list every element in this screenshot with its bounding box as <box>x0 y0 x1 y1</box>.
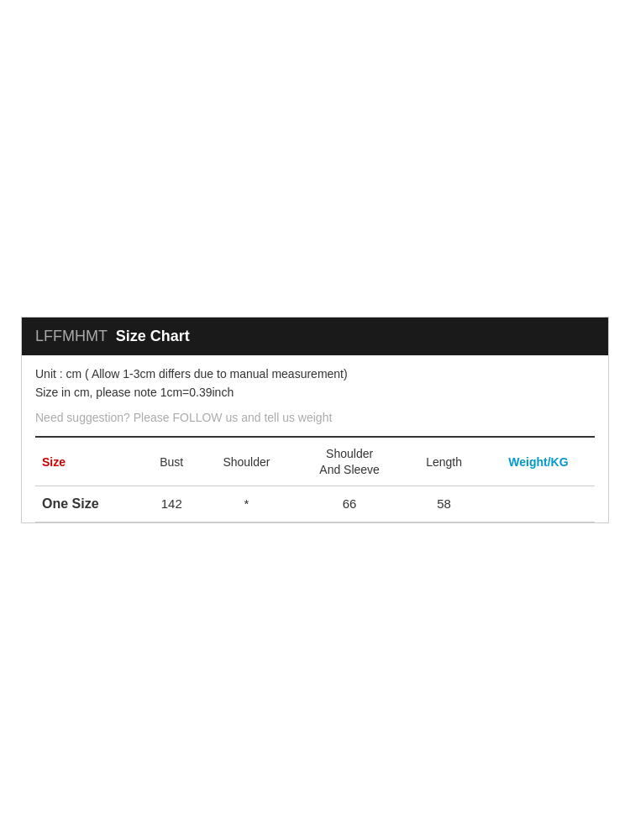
chart-title-text: Size Chart <box>116 328 190 344</box>
table-header-row: Size Bust Shoulder ShoulderAnd Sleeve Le… <box>35 437 595 486</box>
cell-shoulder: * <box>200 486 293 522</box>
size-chart-body: Unit : cm ( Allow 1-3cm differs due to m… <box>22 355 608 522</box>
chart-title: LFFMHMT Size Chart <box>35 328 190 344</box>
col-header-length: Length <box>406 437 481 486</box>
size-table: Size Bust Shoulder ShoulderAnd Sleeve Le… <box>35 436 595 522</box>
size-chart-header: LFFMHMT Size Chart <box>22 318 608 355</box>
cell-weight <box>482 486 595 522</box>
brand-name: LFFMHMT <box>35 328 108 344</box>
suggestion-note: Need suggestion? Please FOLLOW us and te… <box>35 411 595 424</box>
size-note: Size in cm, please note 1cm=0.39inch <box>35 386 595 399</box>
cell-length: 58 <box>406 486 481 522</box>
table-row: One Size142*6658 <box>35 486 595 522</box>
unit-note: Unit : cm ( Allow 1-3cm differs due to m… <box>35 367 595 381</box>
col-header-size: Size <box>35 437 143 486</box>
col-header-shoulder: Shoulder <box>200 437 293 486</box>
page-wrapper: LFFMHMT Size Chart Unit : cm ( Allow 1-3… <box>0 0 630 840</box>
col-header-bust: Bust <box>143 437 200 486</box>
cell-size: One Size <box>35 486 143 522</box>
cell-bust: 142 <box>143 486 200 522</box>
size-chart-container: LFFMHMT Size Chart Unit : cm ( Allow 1-3… <box>21 317 609 522</box>
col-header-weight: Weight/KG <box>482 437 595 486</box>
col-header-shoulder-sleeve: ShoulderAnd Sleeve <box>293 437 407 486</box>
cell-shoulder_and_sleeve: 66 <box>293 486 407 522</box>
